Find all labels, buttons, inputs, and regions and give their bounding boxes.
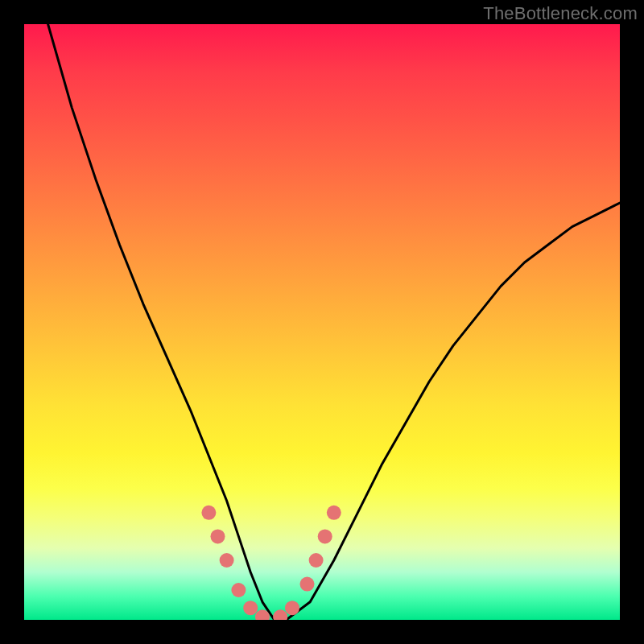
curve-marker — [309, 553, 324, 568]
curve-marker — [201, 506, 216, 520]
curve-marker — [285, 601, 299, 615]
curve-marker — [318, 529, 332, 543]
curve-marker — [231, 583, 246, 597]
curve-marker — [220, 553, 234, 568]
chart-plot-area — [24, 24, 620, 620]
curve-marker — [273, 609, 287, 620]
curve-marker — [327, 506, 341, 520]
curve-marker — [211, 529, 225, 543]
bottleneck-curve — [48, 24, 620, 620]
chart-frame: TheBottleneck.com — [0, 0, 644, 644]
curve-marker — [300, 577, 315, 592]
chart-svg — [24, 24, 620, 620]
curve-markers — [201, 506, 341, 620]
curve-marker — [243, 601, 258, 615]
watermark-text: TheBottleneck.com — [483, 3, 638, 24]
bottleneck-curve-path — [48, 24, 620, 620]
